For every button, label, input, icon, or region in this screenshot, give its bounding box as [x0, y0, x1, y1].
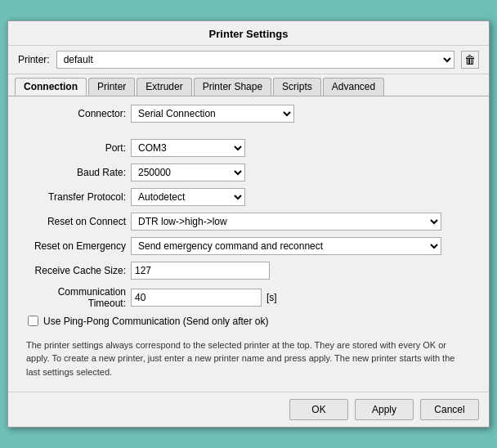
cancel-button[interactable]: Cancel [420, 399, 479, 420]
tab-advanced[interactable]: Advanced [323, 78, 384, 96]
transfer-select[interactable]: Autodetect [131, 188, 245, 206]
ping-pong-row: Use Ping-Pong Communication (Send only a… [20, 316, 477, 327]
tab-connection[interactable]: Connection [15, 78, 87, 96]
dialog-title: Printer Settings [8, 21, 489, 46]
port-row: Port: COM3 [20, 139, 477, 157]
trash-icon: 🗑 [464, 53, 476, 66]
cache-label: Receive Cache Size: [20, 265, 126, 276]
port-label: Port: [20, 142, 126, 154]
reset-emergency-select[interactable]: Send emergency command and reconnect [131, 237, 441, 255]
timeout-row: Communication Timeout: [s] [20, 286, 477, 309]
reset-connect-select[interactable]: DTR low->high->low [131, 213, 441, 231]
connector-label: Connector: [20, 108, 126, 119]
reset-connect-row: Reset on Connect DTR low->high->low [20, 213, 477, 231]
printer-row: Printer: default 🗑 [8, 46, 489, 74]
tab-extruder[interactable]: Extruder [137, 78, 191, 96]
tab-printer[interactable]: Printer [88, 78, 135, 96]
baud-row: Baud Rate: 250000 [20, 164, 477, 181]
cache-input[interactable] [131, 262, 270, 280]
timeout-unit: [s] [266, 292, 277, 303]
tab-content-connection: Connector: Serial Connection Port: COM3 … [8, 96, 489, 392]
printer-label: Printer: [18, 54, 50, 65]
printer-select[interactable]: default [56, 51, 454, 69]
ok-button[interactable]: OK [289, 399, 348, 420]
reset-emergency-row: Reset on Emergency Send emergency comman… [20, 237, 477, 255]
transfer-row: Transfer Protocol: Autodetect [20, 188, 477, 206]
baud-select[interactable]: 250000 [131, 164, 245, 181]
printer-settings-dialog: Printer Settings Printer: default 🗑 Conn… [7, 20, 490, 428]
apply-button[interactable]: Apply [355, 399, 414, 420]
ping-pong-checkbox[interactable] [28, 316, 38, 326]
reset-emergency-label: Reset on Emergency [20, 240, 126, 252]
delete-printer-button[interactable]: 🗑 [461, 51, 479, 69]
connector-row: Connector: Serial Connection [20, 105, 477, 123]
timeout-input[interactable] [131, 289, 262, 307]
tab-scripts[interactable]: Scripts [273, 78, 321, 96]
port-select[interactable]: COM3 [131, 139, 245, 157]
timeout-label: Communication Timeout: [20, 286, 126, 309]
cache-row: Receive Cache Size: [20, 262, 477, 280]
connector-select[interactable]: Serial Connection [131, 105, 294, 123]
tabs-bar: Connection Printer Extruder Printer Shap… [8, 74, 489, 96]
ping-pong-label: Use Ping-Pong Communication (Send only a… [43, 316, 268, 327]
reset-connect-label: Reset on Connect [20, 216, 126, 227]
bottom-buttons: OK Apply Cancel [8, 392, 489, 427]
transfer-label: Transfer Protocol: [20, 191, 126, 203]
info-text: The printer settings always correspond t… [20, 334, 477, 384]
tab-printer-shape[interactable]: Printer Shape [194, 78, 271, 96]
baud-label: Baud Rate: [20, 167, 126, 178]
